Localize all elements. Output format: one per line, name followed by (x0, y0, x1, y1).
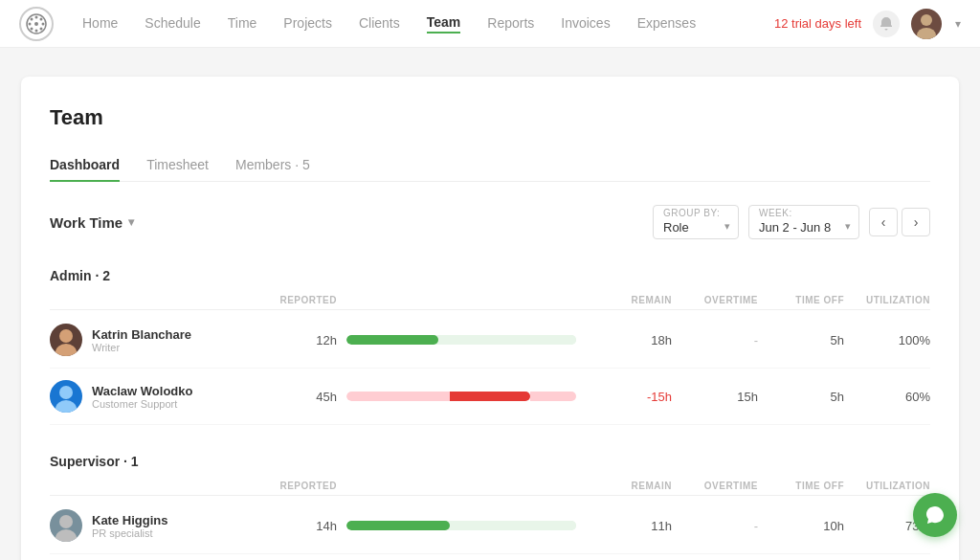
page-title: Team (50, 105, 930, 130)
overtime-waclaw: 15h (672, 390, 758, 404)
col-reported: REPORTED (260, 295, 337, 305)
svg-point-9 (31, 27, 33, 30)
col-remain-sup: REMAIN (586, 481, 672, 491)
group-admin-header: Admin · 2 (50, 258, 930, 289)
member-name-waclaw: Waclaw Wolodko (92, 384, 192, 398)
group-admin: Admin · 2 REPORTED REMAIN OVERTIME TIME … (50, 258, 930, 425)
nav-projects[interactable]: Projects (283, 15, 332, 33)
col-bar (337, 295, 586, 305)
member-role-kate: PR specialist (92, 527, 167, 539)
nav-invoices[interactable]: Invoices (561, 15, 610, 33)
member-role-waclaw: Customer Support (92, 398, 192, 410)
svg-point-8 (40, 17, 43, 20)
svg-point-2 (35, 15, 38, 18)
svg-point-11 (917, 28, 936, 39)
svg-point-12 (59, 329, 73, 343)
col-headers-supervisor: REPORTED REMAIN OVERTIME TIME OFF UTILIZ… (50, 475, 930, 496)
table-row: Kate Higgins PR specialist 14h 11h - 10h… (50, 498, 930, 554)
reported-kate: 14h (260, 519, 337, 533)
col-utilization: UTILIZATION (844, 295, 930, 305)
group-by-dropdown[interactable]: Role (663, 220, 728, 235)
member-role-katrin: Writer (92, 342, 191, 353)
next-week-button[interactable]: › (902, 208, 930, 236)
svg-point-15 (56, 400, 77, 413)
group-by-label: GROUP BY: (663, 208, 728, 218)
week-dropdown[interactable]: Jun 2 - Jun 8 (759, 220, 849, 235)
nav-time[interactable]: Time (228, 15, 257, 33)
svg-point-4 (29, 22, 32, 25)
nav-home[interactable]: Home (82, 15, 118, 33)
trial-badge: 12 trial days left (774, 16, 861, 31)
svg-point-16 (59, 515, 73, 528)
work-time-label: Work Time (50, 214, 122, 231)
member-name-katrin: Katrin Blanchare (92, 327, 191, 342)
week-label: WEEK: (759, 208, 849, 218)
col-utilization-sup: UTILIZATION (844, 481, 930, 491)
nav-expenses[interactable]: Expenses (637, 15, 696, 33)
week-select[interactable]: WEEK: Jun 2 - Jun 8 ▾ (748, 205, 859, 239)
toolbar-right: GROUP BY: Role ▾ WEEK: Jun 2 - Jun 8 ▾ ‹… (653, 205, 930, 239)
remain-kate: 11h (586, 519, 672, 533)
tab-timesheet[interactable]: Timesheet (146, 149, 209, 182)
nav-reports[interactable]: Reports (487, 15, 534, 33)
col-timeoff: TIME OFF (758, 295, 844, 305)
col-name (50, 295, 260, 305)
reported-waclaw: 45h (260, 390, 337, 404)
nav-clients[interactable]: Clients (359, 15, 400, 33)
col-reported-sup: REPORTED (260, 481, 337, 491)
svg-point-17 (56, 529, 77, 542)
bar-katrin (337, 335, 586, 345)
group-supervisor-header: Supervisor · 1 (50, 444, 930, 475)
navbar: Home Schedule Time Projects Clients Team… (0, 0, 980, 48)
group-supervisor: Supervisor · 1 REPORTED REMAIN OVERTIME … (50, 444, 930, 554)
navbar-right: 12 trial days left ▾ (774, 9, 961, 39)
svg-point-13 (56, 344, 77, 356)
svg-point-7 (40, 27, 43, 30)
utilization-waclaw: 60% (844, 390, 930, 404)
col-overtime: OVERTIME (672, 295, 758, 305)
utilization-katrin: 100% (844, 333, 930, 347)
notification-icon[interactable] (873, 11, 900, 37)
avatar-waclaw (50, 380, 82, 413)
user-avatar[interactable] (911, 9, 942, 39)
tabs: Dashboard Timesheet Members · 5 (50, 149, 930, 182)
nav-team[interactable]: Team (427, 14, 461, 34)
work-time-dropdown[interactable]: Work Time ▾ (50, 214, 134, 231)
reported-katrin: 12h (260, 333, 337, 347)
remain-katrin: 18h (586, 333, 672, 347)
table-row: Katrin Blanchare Writer 12h 18h - 5h 100… (50, 312, 930, 369)
toolbar: Work Time ▾ GROUP BY: Role ▾ WEEK: Jun 2… (50, 205, 930, 239)
avatar-kate (50, 509, 82, 542)
avatar-katrin (50, 324, 82, 356)
svg-point-10 (921, 14, 932, 26)
main-content: Team Dashboard Timesheet Members · 5 Wor… (21, 77, 959, 560)
tab-dashboard[interactable]: Dashboard (50, 149, 120, 182)
bar-waclaw (337, 392, 586, 401)
col-timeoff-sup: TIME OFF (758, 481, 844, 491)
svg-point-6 (31, 17, 33, 20)
nav-links: Home Schedule Time Projects Clients Team… (82, 14, 774, 34)
work-time-caret: ▾ (128, 215, 134, 229)
app-logo[interactable] (19, 7, 54, 41)
week-nav-arrows: ‹ › (869, 208, 930, 236)
prev-week-button[interactable]: ‹ (869, 208, 898, 236)
group-by-select[interactable]: GROUP BY: Role ▾ (653, 205, 739, 239)
remain-waclaw: -15h (586, 390, 672, 404)
member-info-katrin: Katrin Blanchare Writer (50, 324, 260, 356)
tab-members[interactable]: Members · 5 (235, 149, 310, 182)
svg-point-14 (59, 386, 73, 399)
member-info-kate: Kate Higgins PR specialist (50, 509, 260, 542)
col-headers-admin: REPORTED REMAIN OVERTIME TIME OFF UTILIZ… (50, 289, 930, 310)
svg-point-1 (34, 22, 38, 26)
col-remain: REMAIN (586, 295, 672, 305)
avatar-dropdown-caret[interactable]: ▾ (955, 17, 961, 31)
overtime-kate: - (672, 519, 758, 533)
chat-fab[interactable] (913, 493, 957, 537)
svg-point-3 (35, 29, 38, 32)
bar-kate (337, 521, 586, 530)
timeoff-kate: 10h (758, 519, 844, 533)
member-name-kate: Kate Higgins (92, 513, 167, 527)
svg-point-5 (42, 22, 45, 25)
nav-schedule[interactable]: Schedule (145, 15, 200, 33)
member-info-waclaw: Waclaw Wolodko Customer Support (50, 380, 260, 413)
